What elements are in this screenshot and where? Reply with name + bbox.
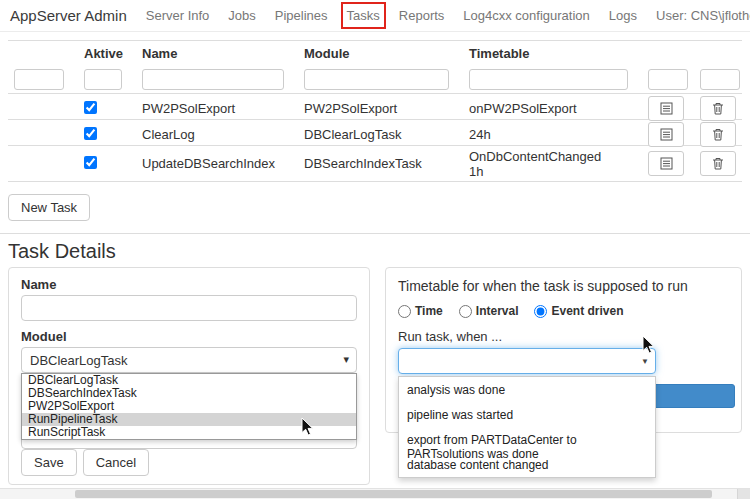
top-navbar: AppServer Admin Server Info Jobs Pipelin… xyxy=(0,0,750,32)
form-icon xyxy=(660,102,673,115)
table-header-row: Aktive Name Module Timetable xyxy=(8,40,742,66)
save-button[interactable]: Save xyxy=(21,449,77,476)
header-module: Module xyxy=(298,44,463,63)
new-task-button[interactable]: New Task xyxy=(8,194,90,221)
header-action-2 xyxy=(694,52,742,56)
module-select[interactable]: DBClearLogTask ▾ xyxy=(21,347,357,373)
cell-name: UpdateDBSearchIndex xyxy=(136,154,298,173)
header-action-1 xyxy=(642,52,694,56)
filter-input-action-2[interactable] xyxy=(700,69,740,90)
filter-input-name[interactable] xyxy=(142,69,284,90)
cell-timetable: onPW2PSolExport xyxy=(463,99,642,118)
filter-input-action-1[interactable] xyxy=(648,69,688,90)
event-combobox[interactable]: ▼ xyxy=(398,348,656,374)
header-aktive: Aktive xyxy=(78,44,136,63)
task-name-input[interactable] xyxy=(21,295,357,321)
header-blank xyxy=(8,52,78,56)
active-checkbox[interactable] xyxy=(84,156,97,169)
timetable-mode-radios: Time Interval Event driven xyxy=(398,304,729,318)
radio-interval-label: Interval xyxy=(476,304,519,318)
form-icon xyxy=(660,157,673,170)
cell-module: DBClearLogTask xyxy=(298,125,463,144)
radio-time-input[interactable] xyxy=(398,305,411,318)
event-option[interactable]: export from PARTDataCenter to PARTsoluti… xyxy=(399,427,655,452)
module-label: Moduel xyxy=(21,330,357,344)
task-details-panel: Name Moduel DBClearLogTask ▾ DBClearLogT… xyxy=(8,267,370,485)
active-checkbox[interactable] xyxy=(84,101,97,114)
user-menu-label: User: CNS\jflotho xyxy=(656,8,750,23)
form-actions: Save Cancel xyxy=(21,449,149,476)
cell-module: DBSearchIndexTask xyxy=(298,154,463,173)
radio-event-driven-label: Event driven xyxy=(551,304,623,318)
event-option[interactable]: pipeline was started xyxy=(399,402,655,427)
module-option[interactable]: RunScriptTask xyxy=(22,426,356,439)
filter-input-blank[interactable] xyxy=(14,69,64,90)
detail-panels: Name Moduel DBClearLogTask ▾ DBClearLogT… xyxy=(0,267,750,485)
run-task-label: Run task, when ... xyxy=(398,330,729,344)
nav-item-log4cxx-configuration[interactable]: Log4cxx configuration xyxy=(463,8,589,23)
filter-input-aktive[interactable] xyxy=(84,69,122,90)
chevron-down-icon[interactable]: ▼ xyxy=(641,357,649,366)
edit-task-button[interactable] xyxy=(648,122,684,147)
filter-input-module[interactable] xyxy=(304,69,449,90)
nav-item-server-info[interactable]: Server Info xyxy=(146,8,210,23)
user-menu[interactable]: User: CNS\jflotho▾ xyxy=(656,8,750,23)
cancel-button[interactable]: Cancel xyxy=(83,449,149,476)
nav-item-jobs[interactable]: Jobs xyxy=(228,8,255,23)
radio-time[interactable]: Time xyxy=(398,304,443,318)
edit-task-button[interactable] xyxy=(648,151,684,176)
task-table: Aktive Name Module Timetable PW2PSolExpo… xyxy=(8,40,742,182)
event-dropdown-list: analysis was done pipeline was started e… xyxy=(398,376,656,478)
nav-item-reports[interactable]: Reports xyxy=(399,8,445,23)
radio-time-label: Time xyxy=(415,304,443,318)
module-dropdown-list: DBClearLogTask DBSearchIndexTask PW2PSol… xyxy=(21,373,357,440)
radio-interval[interactable]: Interval xyxy=(459,304,519,318)
cell-timetable: OnDbContentChanged 1h xyxy=(463,147,642,181)
page-title: Task Details xyxy=(8,240,750,263)
nav-item-tasks[interactable]: Tasks xyxy=(347,8,380,23)
module-select-value: DBClearLogTask xyxy=(30,353,128,368)
trash-icon xyxy=(712,157,724,170)
table-filter-row xyxy=(8,66,742,94)
table-row: UpdateDBSearchIndex DBSearchIndexTask On… xyxy=(8,146,742,182)
scrollbar-thumb[interactable] xyxy=(75,490,712,498)
chevron-down-icon: ▾ xyxy=(343,353,349,366)
name-label: Name xyxy=(21,278,357,292)
cell-timetable: 24h xyxy=(463,125,642,144)
radio-interval-input[interactable] xyxy=(459,305,472,318)
scrollbar-corner xyxy=(737,489,750,499)
app-brand[interactable]: AppServer Admin xyxy=(10,7,127,24)
delete-task-button[interactable] xyxy=(700,151,736,176)
table-row: ClearLog DBClearLogTask 24h xyxy=(8,120,742,146)
form-icon xyxy=(660,128,673,141)
horizontal-scrollbar[interactable] xyxy=(0,488,750,499)
cell-name: PW2PSolExport xyxy=(136,99,298,118)
delete-task-button[interactable] xyxy=(700,96,736,121)
radio-event-driven-input[interactable] xyxy=(534,305,547,318)
filter-input-timetable[interactable] xyxy=(469,69,628,90)
section-divider xyxy=(0,233,750,234)
timetable-panel: Timetable for when the task is supposed … xyxy=(385,267,742,433)
event-option[interactable]: analysis was done xyxy=(399,377,655,402)
radio-event-driven[interactable]: Event driven xyxy=(534,304,623,318)
delete-task-button[interactable] xyxy=(700,122,736,147)
trash-icon xyxy=(712,128,724,141)
cell-name: ClearLog xyxy=(136,125,298,144)
nav-item-logs[interactable]: Logs xyxy=(609,8,637,23)
cell-module: PW2PSolExport xyxy=(298,99,463,118)
edit-task-button[interactable] xyxy=(648,96,684,121)
table-row: PW2PSolExport PW2PSolExport onPW2PSolExp… xyxy=(8,94,742,120)
header-name: Name xyxy=(136,44,298,63)
active-checkbox[interactable] xyxy=(84,127,97,140)
header-timetable: Timetable xyxy=(463,44,642,63)
nav-item-pipelines[interactable]: Pipelines xyxy=(275,8,328,23)
timetable-title: Timetable for when the task is supposed … xyxy=(398,278,729,294)
trash-icon xyxy=(712,102,724,115)
